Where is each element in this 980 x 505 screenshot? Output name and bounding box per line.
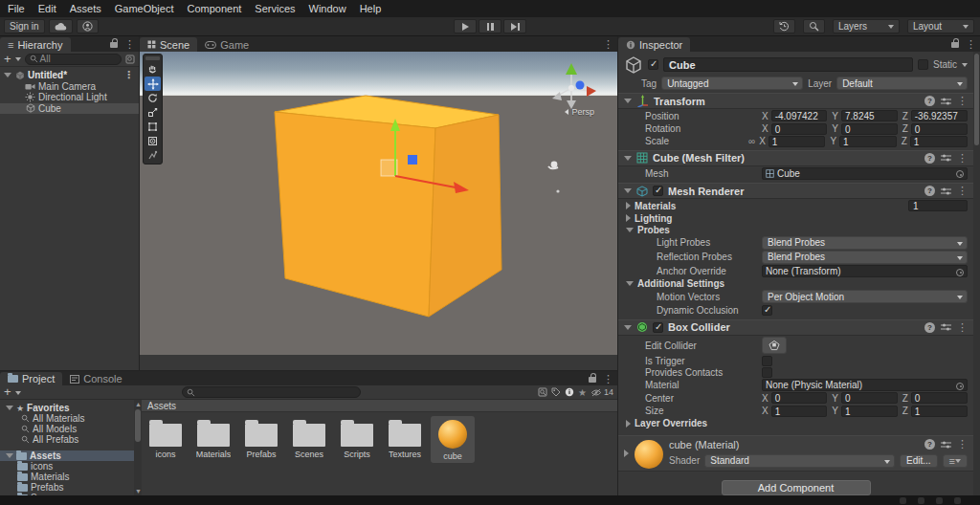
panel-menu-icon[interactable] <box>124 38 135 51</box>
scale-tool[interactable] <box>145 105 161 120</box>
tree-folder-icons[interactable]: icons <box>0 461 134 472</box>
sign-in-button[interactable]: Sign in <box>4 19 45 33</box>
size-y-field[interactable]: 1 <box>841 406 898 417</box>
object-picker-icon[interactable] <box>956 170 964 178</box>
center-y-field[interactable]: 0 <box>841 392 898 404</box>
help-icon[interactable] <box>924 153 935 164</box>
mesh-filter-header[interactable]: Cube (Mesh Filter) <box>618 150 973 166</box>
menu-services[interactable]: Services <box>255 3 295 14</box>
physic-material-field[interactable]: None (Physic Material) <box>762 379 968 391</box>
foldout-open-icon[interactable] <box>624 99 632 103</box>
asset-folder-icons[interactable]: icons <box>144 416 188 463</box>
undo-history-button[interactable] <box>773 19 795 33</box>
move-tool[interactable] <box>145 77 161 91</box>
menu-gameobject[interactable]: GameObject <box>115 3 174 14</box>
mesh-object-field[interactable]: Cube <box>762 167 968 180</box>
asset-folder-textures[interactable]: Textures <box>383 416 427 463</box>
custom-tool[interactable] <box>145 148 161 163</box>
favorite-all-materials[interactable]: All Materials <box>0 413 134 424</box>
anchor-override-field[interactable]: None (Transform) <box>762 265 968 277</box>
favorite-all-models[interactable]: All Models <box>0 424 134 434</box>
mesh-renderer-header[interactable]: Mesh Renderer <box>618 183 973 199</box>
lock-icon[interactable] <box>589 377 596 383</box>
static-dropdown-caret[interactable] <box>962 63 968 70</box>
reflection-probes-dropdown[interactable]: Blend Probes <box>762 251 968 264</box>
search-by-type-icon[interactable] <box>538 387 547 397</box>
save-search-star-icon[interactable]: ★ <box>578 387 587 398</box>
scale-z-field[interactable]: 1 <box>910 136 968 147</box>
is-trigger-checkbox[interactable] <box>762 356 772 366</box>
foldout-open-icon[interactable] <box>626 281 634 286</box>
component-menu-icon[interactable] <box>957 152 968 165</box>
search-filter-icon[interactable] <box>125 55 135 64</box>
transform-header[interactable]: Transform <box>618 93 973 109</box>
preset-icon[interactable] <box>941 97 951 106</box>
position-y-field[interactable]: 7.8245 <box>841 110 898 121</box>
projection-toggle[interactable]: Persp <box>565 107 594 117</box>
edit-collider-button[interactable] <box>762 337 787 354</box>
tab-game[interactable]: Game <box>197 37 256 52</box>
cloud-services-button[interactable] <box>49 19 73 33</box>
panel-menu-icon[interactable] <box>603 373 613 385</box>
tree-folder-prefabs[interactable]: Prefabs <box>0 482 134 493</box>
panel-menu-icon[interactable] <box>603 38 613 51</box>
tab-console[interactable]: Console <box>62 372 129 385</box>
gameobject-name-field[interactable]: Cube <box>663 57 913 72</box>
lighting-foldout[interactable]: Lighting <box>618 212 973 223</box>
provides-contacts-checkbox[interactable] <box>762 367 772 378</box>
scene-menu-icon[interactable] <box>123 69 134 81</box>
foldout-open-icon[interactable] <box>626 228 634 232</box>
scale-link-icon[interactable]: ∞ <box>748 136 755 146</box>
object-picker-icon[interactable] <box>956 383 964 390</box>
additional-settings-foldout[interactable]: Additional Settings <box>618 278 973 289</box>
foldout-open-icon[interactable] <box>624 325 632 330</box>
help-icon[interactable] <box>924 96 935 106</box>
rotation-x-field[interactable]: 0 <box>771 123 828 135</box>
tool-strip-grip[interactable] <box>145 56 160 60</box>
search-button[interactable] <box>803 19 825 33</box>
foldout-closed-icon[interactable] <box>626 202 631 209</box>
menu-window[interactable]: Window <box>309 3 346 14</box>
add-component-button[interactable]: Add Component <box>722 480 871 495</box>
layers-dropdown[interactable]: Layers <box>833 19 900 33</box>
pause-button[interactable] <box>479 19 501 33</box>
foldout-closed-icon[interactable] <box>626 420 631 428</box>
light-probes-dropdown[interactable]: Blend Probes <box>762 236 968 250</box>
project-search-input[interactable] <box>182 386 361 398</box>
tab-project[interactable]: Project <box>0 372 62 385</box>
favorites-row[interactable]: Favorites <box>0 403 134 413</box>
foldout-open-icon[interactable] <box>6 406 13 410</box>
lock-icon[interactable] <box>110 42 118 48</box>
rotation-y-field[interactable]: 0 <box>841 123 898 135</box>
panel-menu-icon[interactable] <box>966 38 976 51</box>
asset-folder-scripts[interactable]: Scripts <box>335 416 379 463</box>
scale-y-field[interactable]: 1 <box>839 136 897 147</box>
hierarchy-scene-row[interactable]: Untitled* <box>0 70 139 81</box>
search-by-label-icon[interactable] <box>551 387 561 397</box>
material-foldout-icon[interactable] <box>624 450 629 457</box>
position-x-field[interactable]: -4.097422 <box>771 110 828 121</box>
asset-folder-materials[interactable]: Materials <box>191 416 235 463</box>
create-dropdown-caret[interactable] <box>15 391 21 398</box>
menu-file[interactable]: File <box>8 3 25 14</box>
preset-icon[interactable] <box>941 440 951 450</box>
shader-dropdown[interactable]: Standard <box>704 454 895 468</box>
inspector-scrollbar[interactable] <box>973 52 980 495</box>
object-picker-icon[interactable] <box>956 269 964 276</box>
static-checkbox[interactable] <box>918 59 928 70</box>
play-button[interactable] <box>454 19 477 33</box>
materials-foldout[interactable]: Materials 1 <box>618 200 973 211</box>
center-z-field[interactable]: 0 <box>911 392 968 404</box>
rotation-z-field[interactable]: 0 <box>911 123 968 135</box>
scale-x-field[interactable]: 1 <box>768 136 826 147</box>
component-menu-icon[interactable] <box>957 185 968 197</box>
tab-inspector[interactable]: Inspector <box>618 37 690 52</box>
box-collider-header[interactable]: Box Collider <box>618 319 973 336</box>
menu-edit[interactable]: Edit <box>38 3 56 14</box>
asset-cube-material[interactable]: cube <box>431 416 475 463</box>
active-checkbox[interactable] <box>648 59 658 70</box>
tab-hierarchy[interactable]: Hierarchy <box>0 37 71 52</box>
position-z-field[interactable]: -36.92357 <box>911 110 968 121</box>
component-menu-icon[interactable] <box>957 438 968 450</box>
layer-overrides-foldout[interactable]: Layer Overrides <box>618 418 973 429</box>
